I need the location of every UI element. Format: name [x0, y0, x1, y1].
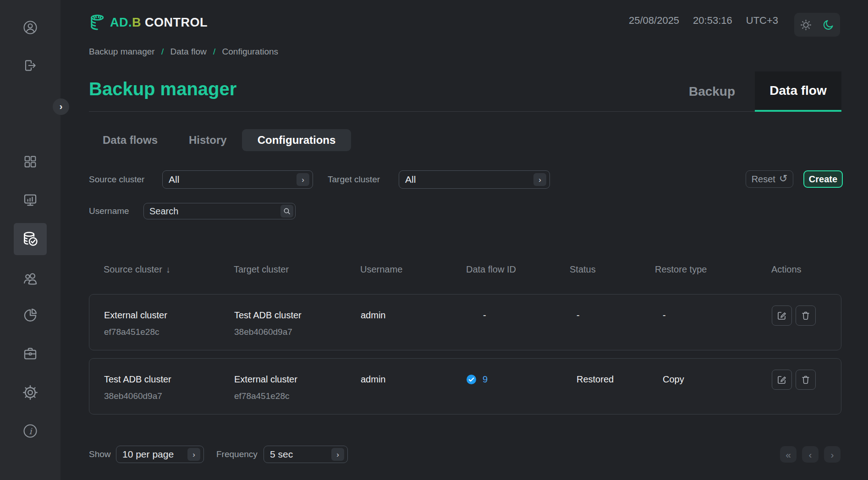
users-icon[interactable] [22, 270, 38, 287]
username-label: Username [89, 203, 129, 219]
timezone-value: UTC+3 [746, 15, 778, 27]
page-size-value: 10 per page [122, 449, 174, 460]
double-chevron-left-icon: « [786, 450, 791, 459]
cell-actions [772, 305, 841, 350]
reset-label: Reset [752, 174, 775, 185]
edit-button[interactable] [772, 305, 792, 326]
svg-text:i: i [29, 426, 33, 436]
delete-button[interactable] [796, 305, 816, 326]
source-cluster-label: Source cluster [89, 170, 144, 189]
sidebar-expand-button[interactable]: › [53, 98, 69, 115]
create-label: Create [809, 174, 837, 185]
chevron-left-icon: ‹ [809, 450, 812, 459]
breadcrumb-separator: / [213, 47, 215, 56]
cell-username: admin [361, 374, 467, 414]
page-size-select[interactable]: 10 per page › [116, 446, 204, 463]
breadcrumb: Backup manager / Data flow / Configurati… [89, 47, 278, 57]
pagination-first-button[interactable]: « [780, 446, 797, 463]
create-button[interactable]: Create [803, 170, 843, 188]
column-header-target-cluster[interactable]: Target cluster [234, 263, 360, 275]
logo-database-icon [89, 13, 107, 32]
chevron-right-icon: › [831, 450, 834, 459]
table-row[interactable]: External cluster ef78a451e28c Test ADB c… [89, 294, 841, 350]
column-header-actions: Actions [771, 263, 841, 275]
cell-status: Restored [570, 374, 655, 414]
cell-actions [772, 370, 841, 414]
breadcrumb-configurations[interactable]: Configurations [222, 47, 279, 56]
table-header-row: Source cluster ↓ Target cluster Username… [89, 263, 841, 275]
cell-username: admin [361, 310, 467, 350]
data-flow-id-link[interactable]: 9 [483, 374, 488, 385]
logout-icon[interactable] [23, 58, 38, 73]
column-header-data-flow-id[interactable]: Data flow ID [466, 263, 570, 275]
dark-theme-moon-icon[interactable] [822, 19, 835, 31]
chevron-right-icon[interactable]: › [533, 173, 546, 186]
cell-source-cluster: Test ADB cluster 38eb4060d9a7 [104, 374, 234, 414]
column-header-username[interactable]: Username [360, 263, 466, 275]
breadcrumb-data-flow[interactable]: Data flow [170, 47, 207, 56]
logo-text-b: B [132, 16, 141, 30]
backup-manager-icon[interactable] [22, 230, 39, 248]
tab-data-flow[interactable]: Data flow [755, 71, 841, 112]
theme-toggle[interactable] [794, 13, 840, 37]
time-value: 20:53:16 [693, 15, 732, 27]
cell-data-flow-id: 9 [467, 374, 570, 385]
chevron-right-icon[interactable]: › [331, 448, 344, 461]
dashboard-grid-icon[interactable] [23, 154, 38, 169]
show-label: Show [89, 446, 111, 463]
source-cluster-value: All [169, 174, 179, 185]
column-header-status[interactable]: Status [570, 263, 655, 275]
cell-source-cluster: External cluster ef78a451e28c [104, 310, 234, 350]
reset-button[interactable]: Reset ↺ [746, 170, 793, 188]
delete-button[interactable] [796, 370, 816, 390]
source-cluster-select[interactable]: All › [162, 170, 313, 189]
target-cluster-value: All [405, 174, 416, 185]
subtab-history[interactable]: History [189, 129, 227, 151]
light-theme-sun-icon[interactable] [800, 19, 812, 31]
settings-gear-icon[interactable] [22, 385, 38, 400]
cell-data-flow-id: - [467, 310, 570, 350]
column-header-source-cluster[interactable]: Source cluster ↓ [104, 263, 234, 275]
success-check-icon [467, 375, 476, 384]
pie-chart-icon[interactable] [22, 307, 38, 323]
target-cluster-label: Target cluster [328, 170, 380, 189]
username-search-input[interactable] [143, 203, 296, 219]
logo-text-adb: AD. [110, 16, 132, 30]
frequency-select[interactable]: 5 sec › [264, 446, 348, 463]
subtab-data-flows[interactable]: Data flows [103, 129, 158, 151]
cell-status: - [570, 310, 655, 350]
header-datetime: 25/08/2025 20:53:16 UTC+3 [629, 14, 778, 27]
column-header-restore-type[interactable]: Restore type [655, 263, 771, 275]
info-icon[interactable]: i [22, 423, 38, 439]
pagination-next-button[interactable]: › [824, 446, 841, 463]
chevron-right-icon[interactable]: › [187, 448, 200, 461]
table-row[interactable]: Test ADB cluster 38eb4060d9a7 External c… [89, 358, 841, 415]
cell-target-cluster: External cluster ef78a451e28c [234, 374, 361, 414]
user-profile-icon[interactable] [22, 20, 38, 35]
page-title: Backup manager [89, 79, 236, 99]
date-value: 25/08/2025 [629, 15, 679, 27]
cell-restore-type: Copy [655, 374, 772, 414]
app-window: i › AD.B CONTROL 25/08/2025 20:53:16 UTC… [0, 0, 868, 480]
frequency-label: Frequency [216, 446, 258, 463]
subtab-configurations[interactable]: Configurations [242, 129, 351, 151]
logo-text-control: CONTROL [145, 16, 208, 30]
monitoring-icon[interactable] [22, 192, 38, 208]
breadcrumb-backup-manager[interactable]: Backup manager [89, 47, 155, 56]
username-search [143, 203, 296, 219]
cell-restore-type: - [655, 310, 772, 350]
pagination-prev-button[interactable]: ‹ [802, 446, 819, 463]
chevron-right-icon[interactable]: › [297, 173, 309, 186]
app-logo: AD.B CONTROL [89, 13, 208, 32]
target-cluster-select[interactable]: All › [399, 170, 550, 189]
sidebar: i [0, 0, 60, 480]
breadcrumb-separator: / [161, 47, 164, 56]
briefcase-icon[interactable] [22, 346, 38, 361]
search-icon[interactable] [280, 205, 293, 218]
edit-button[interactable] [772, 370, 792, 390]
refresh-icon: ↺ [779, 174, 787, 184]
tab-backup[interactable]: Backup [669, 71, 755, 112]
cell-target-cluster: Test ADB cluster 38eb4060d9a7 [234, 310, 361, 350]
chevron-right-icon: › [60, 102, 63, 111]
sort-desc-icon[interactable]: ↓ [166, 264, 170, 275]
